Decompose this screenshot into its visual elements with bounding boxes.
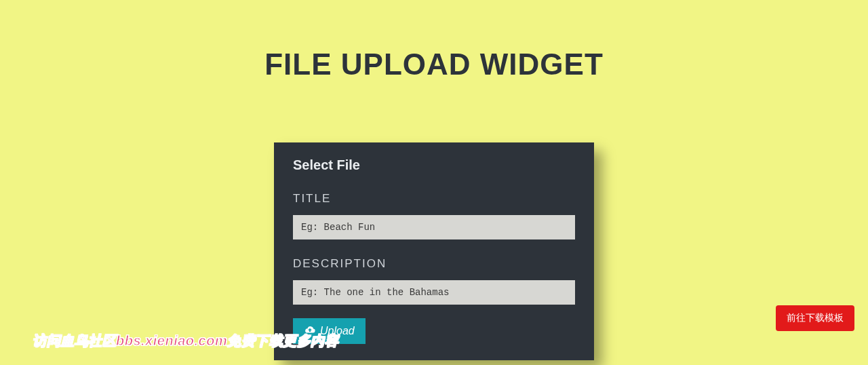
upload-card: Select File TITLE DESCRIPTION Upload bbox=[274, 142, 594, 360]
download-template-button[interactable]: 前往下载模板 bbox=[776, 305, 854, 331]
card-header: Select File bbox=[293, 155, 575, 185]
watermark-text: 访问血鸟社区bbs.xieniao.com免费下载更多内容 bbox=[33, 332, 338, 350]
description-input[interactable] bbox=[293, 280, 575, 305]
description-label: DESCRIPTION bbox=[293, 257, 575, 271]
page-title: FILE UPLOAD WIDGET bbox=[0, 0, 868, 81]
title-input[interactable] bbox=[293, 215, 575, 239]
title-label: TITLE bbox=[293, 192, 575, 206]
